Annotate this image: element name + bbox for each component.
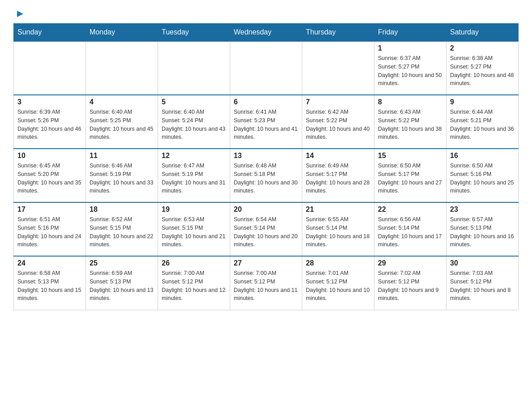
day-number: 19 [162, 206, 226, 214]
day-info: Sunrise: 6:40 AMSunset: 5:24 PMDaylight:… [162, 108, 226, 141]
calendar-cell: 28Sunrise: 7:01 AMSunset: 5:12 PMDayligh… [302, 256, 374, 310]
calendar-cell: 27Sunrise: 7:00 AMSunset: 5:12 PMDayligh… [230, 256, 302, 310]
day-number: 18 [90, 206, 154, 214]
day-info: Sunrise: 6:48 AMSunset: 5:18 PMDaylight:… [234, 162, 298, 195]
calendar-table: SundayMondayTuesdayWednesdayThursdayFrid… [13, 23, 519, 310]
week-row-1: 1Sunrise: 6:37 AMSunset: 5:27 PMDaylight… [14, 41, 519, 95]
day-number: 4 [90, 98, 154, 106]
day-info: Sunrise: 6:47 AMSunset: 5:19 PMDaylight:… [162, 162, 226, 195]
week-row-3: 10Sunrise: 6:45 AMSunset: 5:20 PMDayligh… [14, 149, 519, 202]
day-info: Sunrise: 6:38 AMSunset: 5:27 PMDaylight:… [450, 54, 515, 88]
day-number: 2 [450, 44, 515, 52]
day-number: 9 [450, 98, 515, 106]
day-info: Sunrise: 6:40 AMSunset: 5:25 PMDaylight:… [90, 108, 154, 141]
calendar-cell [158, 41, 230, 95]
weekday-header-thursday: Thursday [302, 24, 374, 42]
calendar-cell: 25Sunrise: 6:59 AMSunset: 5:13 PMDayligh… [86, 256, 158, 310]
day-number: 11 [90, 152, 154, 160]
day-info: Sunrise: 6:46 AMSunset: 5:19 PMDaylight:… [90, 162, 154, 195]
day-number: 15 [378, 152, 442, 160]
calendar-cell: 13Sunrise: 6:48 AMSunset: 5:18 PMDayligh… [230, 149, 302, 202]
weekday-header-tuesday: Tuesday [158, 24, 230, 42]
day-number: 25 [90, 259, 154, 267]
calendar-cell: 21Sunrise: 6:55 AMSunset: 5:14 PMDayligh… [302, 202, 374, 256]
day-info: Sunrise: 6:55 AMSunset: 5:14 PMDaylight:… [306, 215, 370, 249]
day-info: Sunrise: 7:01 AMSunset: 5:12 PMDaylight:… [306, 269, 370, 303]
day-number: 1 [378, 44, 442, 52]
day-number: 14 [306, 152, 370, 160]
day-info: Sunrise: 6:42 AMSunset: 5:22 PMDaylight:… [306, 108, 370, 141]
day-number: 30 [450, 259, 515, 267]
day-info: Sunrise: 6:58 AMSunset: 5:13 PMDaylight:… [17, 269, 82, 303]
calendar-cell: 6Sunrise: 6:41 AMSunset: 5:23 PMDaylight… [230, 95, 302, 149]
calendar-cell: 16Sunrise: 6:50 AMSunset: 5:16 PMDayligh… [446, 149, 519, 202]
day-info: Sunrise: 6:52 AMSunset: 5:15 PMDaylight:… [90, 215, 154, 249]
week-row-5: 24Sunrise: 6:58 AMSunset: 5:13 PMDayligh… [14, 256, 519, 310]
calendar-cell: 19Sunrise: 6:53 AMSunset: 5:15 PMDayligh… [158, 202, 230, 256]
calendar-cell: 9Sunrise: 6:44 AMSunset: 5:21 PMDaylight… [446, 95, 519, 149]
day-info: Sunrise: 6:50 AMSunset: 5:17 PMDaylight:… [378, 162, 442, 195]
day-number: 3 [17, 98, 82, 106]
weekday-header-monday: Monday [86, 24, 158, 42]
weekday-header-saturday: Saturday [446, 24, 519, 42]
day-info: Sunrise: 6:56 AMSunset: 5:14 PMDaylight:… [378, 215, 442, 249]
day-number: 10 [17, 152, 82, 160]
weekday-header-friday: Friday [374, 24, 446, 42]
calendar-cell: 7Sunrise: 6:42 AMSunset: 5:22 PMDaylight… [302, 95, 374, 149]
calendar-cell: 15Sunrise: 6:50 AMSunset: 5:17 PMDayligh… [374, 149, 446, 202]
calendar-cell: 1Sunrise: 6:37 AMSunset: 5:27 PMDaylight… [374, 41, 446, 95]
page-header [13, 9, 519, 19]
week-row-4: 17Sunrise: 6:51 AMSunset: 5:16 PMDayligh… [14, 202, 519, 256]
week-row-2: 3Sunrise: 6:39 AMSunset: 5:26 PMDaylight… [14, 95, 519, 149]
calendar-cell: 29Sunrise: 7:02 AMSunset: 5:12 PMDayligh… [374, 256, 446, 310]
logo-arrow-icon [14, 9, 24, 21]
calendar-cell [230, 41, 302, 95]
calendar-cell: 26Sunrise: 7:00 AMSunset: 5:12 PMDayligh… [158, 256, 230, 310]
day-number: 21 [306, 206, 370, 214]
day-number: 12 [162, 152, 226, 160]
day-number: 28 [306, 259, 370, 267]
calendar-cell: 8Sunrise: 6:43 AMSunset: 5:22 PMDaylight… [374, 95, 446, 149]
calendar-cell: 12Sunrise: 6:47 AMSunset: 5:19 PMDayligh… [158, 149, 230, 202]
day-number: 16 [450, 152, 515, 160]
calendar-cell: 2Sunrise: 6:38 AMSunset: 5:27 PMDaylight… [446, 41, 519, 95]
day-info: Sunrise: 6:59 AMSunset: 5:13 PMDaylight:… [90, 269, 154, 303]
day-info: Sunrise: 7:02 AMSunset: 5:12 PMDaylight:… [378, 269, 442, 303]
day-info: Sunrise: 7:00 AMSunset: 5:12 PMDaylight:… [162, 269, 226, 303]
calendar-cell: 10Sunrise: 6:45 AMSunset: 5:20 PMDayligh… [14, 149, 86, 202]
day-number: 5 [162, 98, 226, 106]
calendar-cell: 11Sunrise: 6:46 AMSunset: 5:19 PMDayligh… [86, 149, 158, 202]
day-info: Sunrise: 6:44 AMSunset: 5:21 PMDaylight:… [450, 108, 515, 141]
day-number: 26 [162, 259, 226, 267]
day-number: 17 [17, 206, 82, 214]
day-info: Sunrise: 6:43 AMSunset: 5:22 PMDaylight:… [378, 108, 442, 141]
day-number: 8 [378, 98, 442, 106]
calendar-cell [302, 41, 374, 95]
weekday-header-sunday: Sunday [14, 24, 86, 42]
day-number: 20 [234, 206, 298, 214]
day-number: 24 [17, 259, 82, 267]
day-number: 6 [234, 98, 298, 106]
calendar-cell: 3Sunrise: 6:39 AMSunset: 5:26 PMDaylight… [14, 95, 86, 149]
calendar-cell: 30Sunrise: 7:03 AMSunset: 5:12 PMDayligh… [446, 256, 519, 310]
day-info: Sunrise: 6:37 AMSunset: 5:27 PMDaylight:… [378, 54, 442, 88]
calendar-cell: 22Sunrise: 6:56 AMSunset: 5:14 PMDayligh… [374, 202, 446, 256]
calendar-cell: 24Sunrise: 6:58 AMSunset: 5:13 PMDayligh… [14, 256, 86, 310]
day-info: Sunrise: 6:45 AMSunset: 5:20 PMDaylight:… [17, 162, 82, 195]
day-number: 23 [450, 206, 515, 214]
day-number: 7 [306, 98, 370, 106]
day-info: Sunrise: 6:49 AMSunset: 5:17 PMDaylight:… [306, 162, 370, 195]
day-number: 29 [378, 259, 442, 267]
logo [13, 9, 24, 19]
svg-marker-0 [17, 11, 23, 17]
calendar-cell: 23Sunrise: 6:57 AMSunset: 5:13 PMDayligh… [446, 202, 519, 256]
day-info: Sunrise: 6:54 AMSunset: 5:14 PMDaylight:… [234, 215, 298, 249]
day-number: 13 [234, 152, 298, 160]
calendar-cell: 17Sunrise: 6:51 AMSunset: 5:16 PMDayligh… [14, 202, 86, 256]
weekday-header-wednesday: Wednesday [230, 24, 302, 42]
day-info: Sunrise: 6:39 AMSunset: 5:26 PMDaylight:… [17, 108, 82, 141]
day-info: Sunrise: 6:41 AMSunset: 5:23 PMDaylight:… [234, 108, 298, 141]
calendar-cell: 5Sunrise: 6:40 AMSunset: 5:24 PMDaylight… [158, 95, 230, 149]
calendar-cell [14, 41, 86, 95]
calendar-cell: 4Sunrise: 6:40 AMSunset: 5:25 PMDaylight… [86, 95, 158, 149]
